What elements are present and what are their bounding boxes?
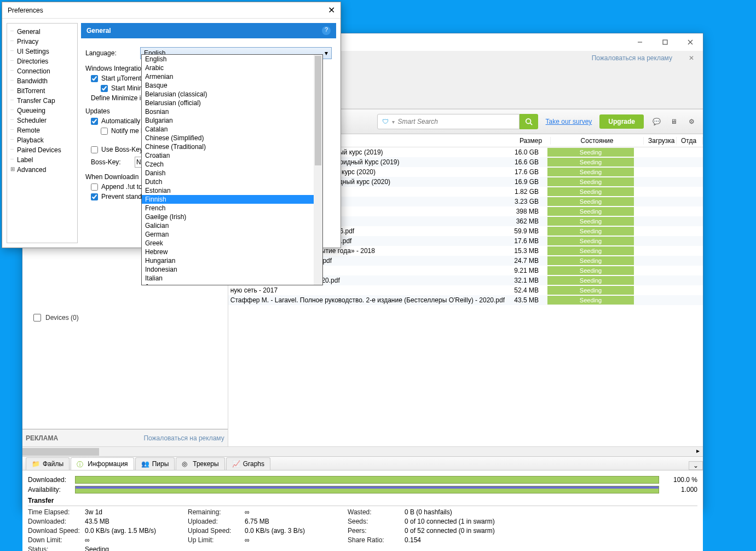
language-option[interactable]: Croatian [142, 151, 322, 160]
start-with-windows-checkbox[interactable] [91, 75, 98, 82]
table-row[interactable]: ную сеть - 201752.4 MBSeeding [228, 285, 703, 295]
language-option[interactable]: Belarusian (classical) [142, 90, 322, 99]
prefs-tree-item[interactable]: Directories [9, 56, 75, 66]
torrent-size: 1.82 GB [505, 188, 544, 196]
prefs-tree-item[interactable]: BitTorrent [9, 86, 75, 96]
language-option[interactable]: Basque [142, 81, 322, 90]
tab-graphs[interactable]: 📈Graphs [226, 457, 270, 470]
dropdown-scrollbar[interactable] [314, 55, 322, 285]
upgrade-button[interactable]: Upgrade [599, 114, 644, 129]
notify-beta-checkbox[interactable] [101, 128, 108, 135]
auto-update-checkbox[interactable] [91, 118, 98, 125]
panel-title-bar: General ? [81, 23, 336, 38]
prefs-close-icon[interactable]: ✕ [328, 5, 335, 15]
language-dropdown[interactable]: EnglishArabicArmenianBasqueBelarusian (c… [141, 54, 323, 285]
language-option[interactable]: Indonesian [142, 265, 322, 274]
prefs-titlebar: Preferences ✕ [2, 2, 341, 19]
sidebar-ad-link[interactable]: Пожаловаться на рекламу [143, 434, 224, 442]
downloaded-pct: 100.0 % [665, 476, 697, 484]
prefs-tree-item[interactable]: Queueing [9, 106, 75, 116]
language-option[interactable]: Dutch [142, 177, 322, 186]
language-option[interactable]: Armenian [142, 72, 322, 81]
prefs-tree-item[interactable]: Remote [9, 125, 75, 135]
bosskey-checkbox[interactable] [91, 146, 98, 153]
prefs-tree-item[interactable]: Connection [9, 66, 75, 76]
tabs-expand-icon[interactable]: ⌄ [689, 461, 703, 470]
ad-close-icon[interactable]: ✕ [689, 54, 694, 62]
prefs-tree-item[interactable]: Playback [9, 135, 75, 145]
start-minimized-checkbox[interactable] [101, 85, 108, 92]
torrent-size: 32.1 MB [505, 277, 544, 284]
append-ut-checkbox[interactable] [91, 183, 98, 191]
prefs-tree-item[interactable]: Advanced [9, 165, 75, 175]
prefs-tree-item[interactable]: Paired Devices [9, 145, 75, 155]
torrent-size: 24.7 MB [505, 257, 544, 265]
language-option[interactable]: Bosnian [142, 107, 322, 116]
language-option[interactable]: German [142, 230, 322, 239]
language-option[interactable]: Danish [142, 169, 322, 177]
sidebar-ad-label: РЕКЛАМА [26, 434, 58, 442]
chat-icon[interactable]: 💬 [649, 114, 663, 129]
torrent-size: 398 MB [505, 208, 544, 215]
tab-peers[interactable]: 👥Пиры [135, 457, 175, 470]
language-option[interactable]: Chinese (Simplified) [142, 134, 322, 142]
language-option[interactable]: Italian [142, 274, 322, 283]
help-icon[interactable]: ? [322, 26, 331, 35]
prefs-tree-item[interactable]: UI Settings [9, 47, 75, 56]
prefs-tree-item[interactable]: Privacy [9, 37, 75, 47]
language-option[interactable]: English [142, 55, 322, 64]
language-option[interactable]: Hebrew [142, 248, 322, 256]
language-option[interactable]: Czech [142, 160, 322, 169]
table-row[interactable]: Стаффер М. - Laravel. Полное руководство… [228, 295, 703, 305]
prefs-tree[interactable]: GeneralPrivacyUI SettingsDirectoriesConn… [7, 23, 78, 243]
prefs-tree-item[interactable]: General [9, 27, 75, 37]
torrent-state: Seeding [544, 256, 637, 265]
dropdown-scroll-thumb[interactable] [315, 56, 321, 165]
remote-icon[interactable]: 🖥 [667, 114, 681, 129]
col-state[interactable]: Состояние [551, 137, 644, 145]
prevent-standby-checkbox[interactable] [91, 193, 98, 200]
torrent-size: 16.6 GB [505, 158, 544, 166]
search-box[interactable]: 🛡 ▾ [377, 114, 520, 129]
close-button[interactable] [678, 33, 703, 51]
language-option[interactable]: Estonian [142, 186, 322, 195]
tab-files[interactable]: 📁Файлы [26, 457, 70, 470]
prefs-tree-item[interactable]: Label [9, 155, 75, 165]
info-icon: ⓘ [77, 460, 84, 468]
language-option[interactable]: Catalan [142, 125, 322, 134]
gear-icon[interactable]: ⚙ [684, 114, 699, 129]
search-go-button[interactable] [520, 114, 538, 129]
maximize-button[interactable] [653, 33, 678, 51]
torrent-name: ную сеть - 2017 [228, 286, 505, 294]
search-input[interactable] [398, 118, 515, 125]
ad-complain-link[interactable]: Пожаловаться на рекламу [592, 54, 672, 62]
tab-info[interactable]: ⓘИнформация [71, 457, 134, 470]
language-option[interactable]: Greek [142, 239, 322, 248]
scroll-thumb[interactable] [22, 448, 99, 456]
prefs-tree-item[interactable]: Transfer Cap [9, 96, 75, 106]
language-option[interactable]: Galician [142, 221, 322, 230]
language-option[interactable]: Hungarian [142, 256, 322, 265]
language-option[interactable]: Bulgarian [142, 116, 322, 125]
minimize-button[interactable] [627, 33, 653, 51]
language-option[interactable]: Belarusian (official) [142, 99, 322, 107]
sidebar-item-devices[interactable]: Devices (0) [22, 309, 228, 326]
prefs-tree-item[interactable]: Bandwidth [9, 76, 75, 86]
prefs-tree-item[interactable]: Scheduler [9, 116, 75, 125]
language-option[interactable]: Chinese (Traditional) [142, 142, 322, 151]
language-option[interactable]: French [142, 204, 322, 213]
survey-link[interactable]: Take our survey [546, 118, 592, 125]
col-down[interactable]: Загрузка [644, 137, 677, 145]
language-option[interactable]: Japanese [142, 283, 322, 285]
chevron-down-icon[interactable]: ▾ [392, 119, 395, 125]
torrent-size: 16.9 GB [505, 178, 544, 186]
scroll-right-icon[interactable]: ▸ [693, 447, 703, 457]
col-size[interactable]: Размер [511, 137, 551, 145]
tab-trackers[interactable]: ◎Трекеры [176, 457, 224, 470]
horizontal-scrollbar[interactable]: ▸ [22, 446, 703, 456]
col-up[interactable]: Отда [677, 137, 703, 145]
language-option[interactable]: Arabic [142, 64, 322, 72]
torrent-size: 3.23 GB [505, 198, 544, 205]
language-option[interactable]: Finnish [142, 195, 322, 204]
language-option[interactable]: Gaeilge (Irish) [142, 213, 322, 221]
